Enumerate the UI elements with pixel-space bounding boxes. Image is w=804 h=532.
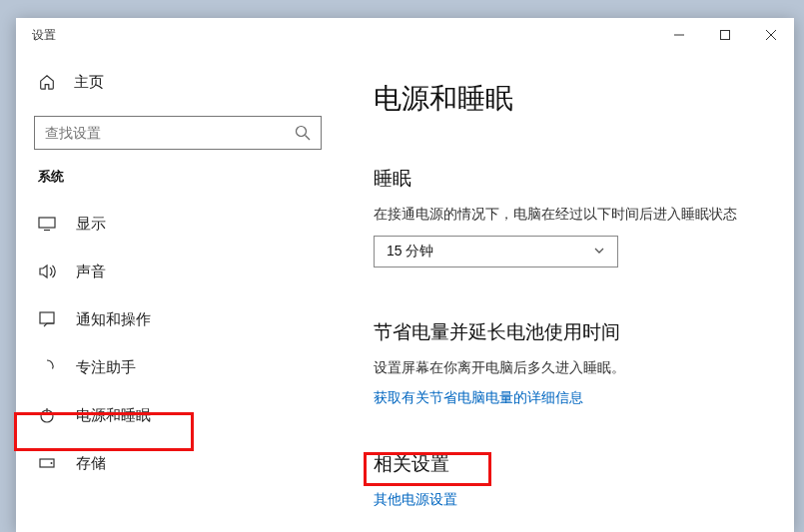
sidebar-item-label: 显示 — [76, 215, 106, 234]
main-area: 主页 系统 显示 声音 通知和操作 — [16, 52, 794, 532]
sidebar-item-sound[interactable]: 声音 — [34, 248, 322, 295]
svg-point-4 — [297, 127, 307, 137]
sleep-heading: 睡眠 — [374, 166, 764, 192]
window-title: 设置 — [32, 27, 656, 44]
maximize-button[interactable] — [702, 20, 748, 50]
page-title: 电源和睡眠 — [374, 80, 764, 118]
related-heading: 相关设置 — [374, 451, 764, 477]
home-label: 主页 — [74, 73, 104, 92]
maximize-icon — [720, 30, 730, 40]
sidebar-item-focus[interactable]: 专注助手 — [34, 343, 322, 391]
sound-icon — [38, 263, 56, 280]
save-power-heading: 节省电量并延长电池使用时间 — [374, 319, 764, 345]
settings-window: 设置 主页 系统 — [16, 18, 794, 532]
save-power-desc: 设置屏幕在你离开电脑后多久进入睡眠。 — [374, 359, 764, 377]
sidebar-item-display[interactable]: 显示 — [34, 200, 322, 248]
search-icon — [295, 125, 311, 141]
storage-icon — [38, 454, 56, 472]
sleep-timeout-select[interactable]: 15 分钟 — [374, 236, 618, 267]
select-value: 15 分钟 — [387, 243, 433, 261]
sidebar-item-label: 电源和睡眠 — [76, 406, 151, 425]
close-button[interactable] — [748, 20, 794, 50]
sidebar-item-notifications[interactable]: 通知和操作 — [34, 295, 322, 343]
search-field[interactable] — [45, 125, 295, 141]
sidebar: 主页 系统 显示 声音 通知和操作 — [16, 52, 336, 532]
related-link-other-power[interactable]: 其他电源设置 — [374, 491, 764, 509]
search-input[interactable] — [34, 116, 322, 150]
chevron-down-icon — [593, 244, 605, 260]
focus-icon — [38, 358, 56, 376]
save-power-link[interactable]: 获取有关节省电脑电量的详细信息 — [374, 389, 764, 407]
sidebar-item-storage[interactable]: 存储 — [34, 439, 322, 487]
sidebar-item-label: 通知和操作 — [76, 310, 151, 329]
minimize-button[interactable] — [656, 20, 702, 50]
home-icon — [38, 73, 56, 91]
sidebar-category: 系统 — [34, 168, 322, 186]
close-icon — [766, 30, 776, 40]
svg-rect-8 — [40, 312, 54, 323]
svg-rect-6 — [39, 218, 55, 228]
sleep-desc: 在接通电源的情况下，电脑在经过以下时间后进入睡眠状态 — [374, 206, 764, 224]
svg-rect-1 — [721, 31, 730, 40]
home-button[interactable]: 主页 — [34, 62, 322, 102]
sidebar-item-power[interactable]: 电源和睡眠 — [34, 391, 322, 439]
svg-point-12 — [51, 462, 53, 464]
minimize-icon — [674, 30, 684, 40]
notifications-icon — [38, 310, 56, 328]
display-icon — [38, 215, 56, 233]
sidebar-item-label: 存储 — [76, 454, 106, 473]
sidebar-item-label: 声音 — [76, 263, 106, 281]
titlebar: 设置 — [16, 18, 794, 52]
sidebar-item-label: 专注助手 — [76, 358, 136, 377]
content-pane: 电源和睡眠 睡眠 在接通电源的情况下，电脑在经过以下时间后进入睡眠状态 15 分… — [336, 52, 794, 532]
svg-line-5 — [306, 136, 311, 141]
power-icon — [38, 406, 56, 424]
nav-list: 显示 声音 通知和操作 专注助手 电源和睡眠 — [34, 200, 322, 487]
